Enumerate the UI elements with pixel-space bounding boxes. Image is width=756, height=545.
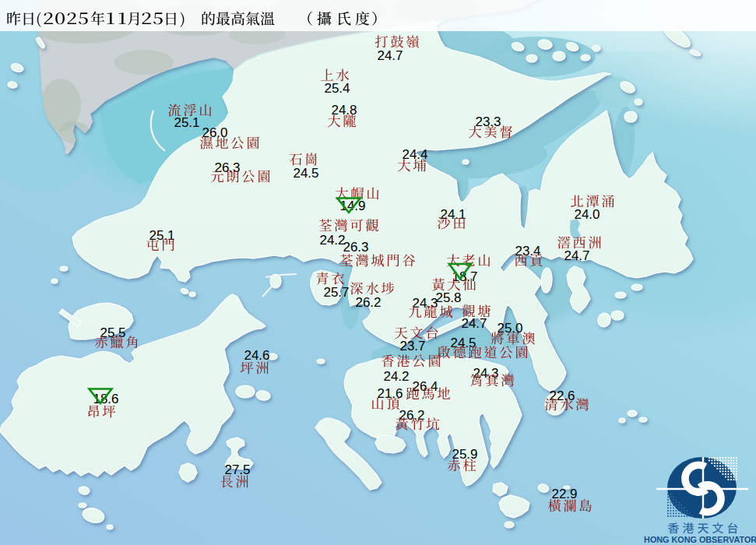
svg-text:24.5: 24.5	[450, 336, 476, 350]
svg-text:22.9: 22.9	[551, 487, 577, 501]
svg-text:HONG KONG OBSERVATORY: HONG KONG OBSERVATORY	[644, 535, 756, 544]
svg-text:24.6: 24.6	[244, 348, 269, 363]
svg-text:26.3: 26.3	[343, 240, 368, 255]
svg-text:26.3: 26.3	[214, 160, 240, 175]
svg-text:24.3: 24.3	[412, 296, 438, 311]
svg-text:24.2: 24.2	[383, 369, 409, 384]
svg-text:23.7: 23.7	[399, 339, 425, 353]
svg-text:24.7: 24.7	[377, 48, 403, 63]
svg-text:25.5: 25.5	[100, 325, 125, 340]
svg-text:27.5: 27.5	[224, 462, 250, 477]
svg-text:25.4: 25.4	[324, 81, 350, 96]
svg-text:26.2: 26.2	[355, 295, 381, 310]
svg-text:25.7: 25.7	[323, 285, 349, 300]
svg-text:25.1: 25.1	[174, 115, 199, 130]
svg-text:24.5: 24.5	[293, 166, 318, 181]
svg-text:24.0: 24.0	[574, 207, 600, 222]
svg-text:23.4: 23.4	[515, 244, 540, 258]
svg-text:24.7: 24.7	[461, 316, 487, 331]
svg-text:25.9: 25.9	[452, 447, 477, 462]
svg-text:24.7: 24.7	[564, 248, 589, 263]
svg-text:24.4: 24.4	[402, 147, 427, 162]
svg-text:24.2: 24.2	[319, 233, 345, 248]
svg-text:26.4: 26.4	[412, 379, 438, 394]
svg-text:25.8: 25.8	[435, 290, 461, 305]
svg-text:26.2: 26.2	[399, 408, 424, 423]
